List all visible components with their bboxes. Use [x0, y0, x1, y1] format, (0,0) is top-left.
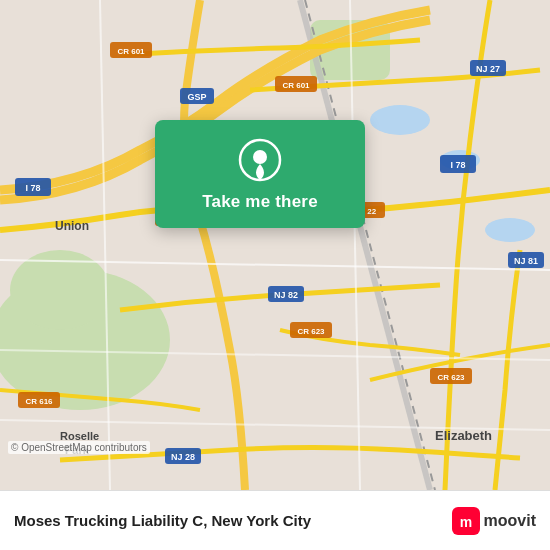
svg-text:CR 623: CR 623	[437, 373, 465, 382]
map-svg: I 78 I 78 GSP CR 601 CR 601 US 22 US 22 …	[0, 0, 550, 490]
svg-text:NJ 82: NJ 82	[274, 290, 298, 300]
take-me-there-button[interactable]: Take me there	[202, 192, 318, 212]
moovit-logo: m moovit	[452, 507, 536, 535]
location-popup: Take me there	[155, 120, 365, 228]
moovit-brand-icon: m	[452, 507, 480, 535]
svg-text:CR 623: CR 623	[297, 327, 325, 336]
svg-text:I 78: I 78	[450, 160, 465, 170]
svg-text:I 78: I 78	[25, 183, 40, 193]
place-name: Moses Trucking Liability C, New York Cit…	[14, 512, 452, 529]
svg-point-4	[370, 105, 430, 135]
bottom-bar: Moses Trucking Liability C, New York Cit…	[0, 490, 550, 550]
svg-text:CR 601: CR 601	[282, 81, 310, 90]
map-copyright: © OpenStreetMap contributors	[8, 441, 150, 454]
svg-text:GSP: GSP	[187, 92, 206, 102]
svg-text:NJ 81: NJ 81	[514, 256, 538, 266]
moovit-label: moovit	[484, 512, 536, 530]
svg-text:Elizabeth: Elizabeth	[435, 428, 492, 443]
svg-point-6	[485, 218, 535, 242]
svg-text:CR 601: CR 601	[117, 47, 145, 56]
svg-text:NJ 28: NJ 28	[171, 452, 195, 462]
svg-point-47	[253, 150, 267, 164]
svg-text:NJ 27: NJ 27	[476, 64, 500, 74]
svg-text:Union: Union	[55, 219, 89, 233]
map-container: I 78 I 78 GSP CR 601 CR 601 US 22 US 22 …	[0, 0, 550, 490]
svg-text:m: m	[459, 514, 471, 530]
location-pin-icon	[238, 138, 282, 182]
svg-text:CR 616: CR 616	[25, 397, 53, 406]
